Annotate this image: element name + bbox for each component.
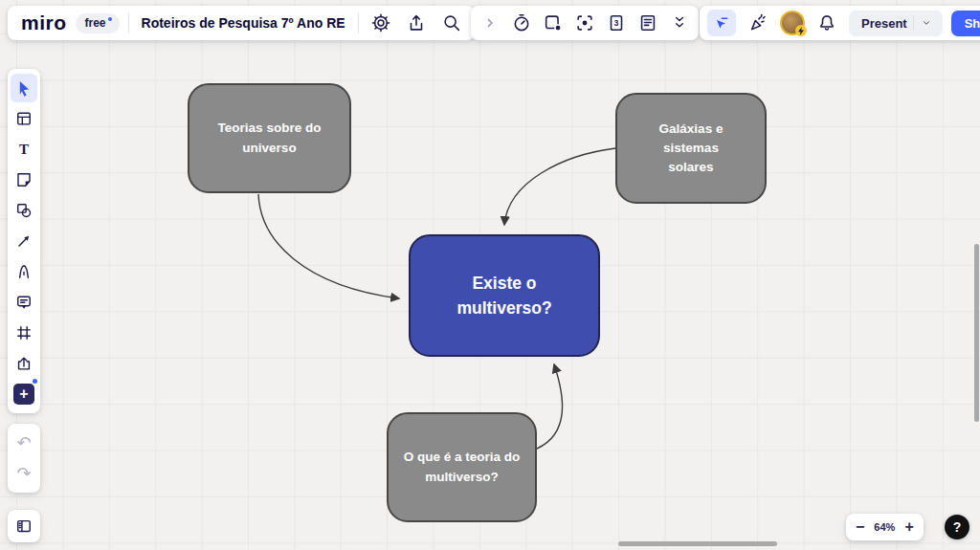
node-label: O que é a teoria do multiverso? — [404, 448, 521, 487]
mindmap-node-teoria[interactable]: O que é a teoria do multiverso? — [387, 412, 537, 522]
shapes-tool[interactable] — [11, 196, 37, 225]
text-tool[interactable]: T — [11, 135, 37, 164]
pen-tool[interactable] — [11, 257, 37, 286]
estimation-button[interactable]: 3 — [603, 10, 630, 36]
miro-logo[interactable]: miro — [21, 11, 67, 34]
upload-tool[interactable] — [11, 349, 37, 378]
app-header: miro free Roteiros de Pesquisa 7º Ano RE — [8, 6, 475, 40]
divider — [358, 13, 359, 33]
connector-galaxias-to-multiverso[interactable] — [504, 148, 615, 225]
estimation-icon: 3 — [606, 12, 627, 33]
collapse-toolbar-button[interactable] — [477, 10, 503, 36]
side-panel-toggle[interactable] — [8, 510, 40, 542]
present-options-button[interactable] — [913, 15, 939, 31]
chevron-down-icon — [921, 17, 932, 29]
follow-cursor-button[interactable] — [707, 10, 736, 36]
plan-badge[interactable]: free — [76, 13, 120, 33]
voting-button[interactable] — [540, 10, 567, 36]
pen-icon — [14, 262, 33, 281]
attention-icon — [574, 12, 595, 33]
redo-icon: ↷ — [16, 465, 31, 482]
upload-icon — [14, 354, 33, 373]
confetti-icon — [747, 12, 768, 33]
collaboration-toolbar: Present Share — [700, 6, 980, 40]
cursor-icon — [14, 78, 33, 98]
facilitation-toolbar: 3 — [471, 6, 699, 40]
follow-cursor-icon — [712, 13, 731, 33]
templates-icon — [14, 109, 33, 128]
export-icon — [406, 12, 427, 33]
node-label: Existe o multiverso? — [424, 271, 585, 321]
reactions-button[interactable] — [745, 10, 771, 36]
undo-icon: ↶ — [16, 434, 31, 451]
board-settings-button[interactable] — [368, 10, 394, 36]
plus-icon: + — [13, 384, 34, 405]
double-chevron-down-icon — [670, 13, 689, 33]
whiteboard-canvas[interactable]: Teorias sobre do universo Galáxias e sis… — [0, 0, 980, 550]
svg-text:3: 3 — [614, 18, 619, 28]
plan-upgrade-dot-icon — [108, 17, 112, 21]
node-label: Galáxias e sistemas solares — [631, 120, 751, 178]
search-icon — [441, 12, 462, 33]
avatar[interactable] — [780, 11, 805, 35]
notification-dot-icon — [33, 379, 37, 384]
connection-line-tool[interactable] — [11, 227, 37, 255]
share-button[interactable]: Share — [951, 11, 980, 36]
svg-text:T: T — [19, 142, 29, 157]
comment-tool[interactable] — [11, 288, 37, 317]
comment-icon — [14, 293, 33, 312]
creation-toolbar: T — [8, 69, 40, 413]
text-icon: T — [14, 140, 33, 159]
connector-teoria-to-multiverso[interactable] — [537, 364, 563, 449]
present-button[interactable]: Present — [849, 11, 943, 36]
notes-button[interactable] — [635, 10, 661, 36]
node-label: Teorias sobre do universo — [218, 119, 322, 158]
shapes-icon — [14, 201, 33, 220]
open-sidebar-icon — [14, 517, 33, 536]
mindmap-node-teorias[interactable]: Teorias sobre do universo — [188, 83, 351, 193]
divider — [128, 13, 129, 33]
vertical-scrollbar[interactable] — [974, 244, 979, 422]
zoom-out-button[interactable]: − — [856, 519, 864, 535]
mindmap-node-multiverso[interactable]: Existe o multiverso? — [409, 234, 600, 357]
zoom-controls: − 64% + — [846, 514, 924, 540]
redo-button[interactable]: ↷ — [11, 460, 37, 487]
bell-icon — [816, 12, 837, 33]
zoom-level[interactable]: 64% — [874, 521, 895, 533]
zoom-in-button[interactable]: + — [904, 519, 913, 535]
upgrade-bolt-icon — [795, 25, 807, 36]
undo-button[interactable]: ↶ — [11, 429, 37, 456]
add-more-tools[interactable]: + — [11, 380, 37, 408]
frame-icon — [14, 323, 33, 342]
history-toolbar: ↶ ↷ — [8, 424, 40, 493]
select-tool[interactable] — [11, 74, 37, 102]
timer-button[interactable] — [508, 10, 535, 36]
board-title[interactable]: Roteiros de Pesquisa 7º Ano RE — [138, 15, 349, 31]
attention-button[interactable] — [571, 10, 598, 36]
more-tools-button[interactable] — [666, 10, 693, 36]
voting-icon — [543, 12, 564, 33]
notifications-button[interactable] — [813, 10, 840, 36]
horizontal-scrollbar[interactable] — [618, 541, 777, 546]
frame-tool[interactable] — [11, 319, 37, 347]
sticky-note-icon — [14, 170, 33, 189]
gear-icon — [370, 12, 391, 33]
search-button[interactable] — [438, 10, 465, 36]
chevron-right-icon — [481, 14, 499, 32]
notes-icon — [637, 12, 658, 33]
export-button[interactable] — [403, 10, 430, 36]
arrow-icon — [14, 231, 33, 251]
help-button[interactable]: ? — [945, 515, 969, 539]
connector-teorias-to-multiverso[interactable] — [258, 194, 399, 298]
mindmap-node-galaxias[interactable]: Galáxias e sistemas solares — [615, 93, 767, 204]
templates-tool[interactable] — [11, 104, 37, 133]
sticky-note-tool[interactable] — [11, 165, 37, 194]
timer-icon — [511, 12, 532, 33]
